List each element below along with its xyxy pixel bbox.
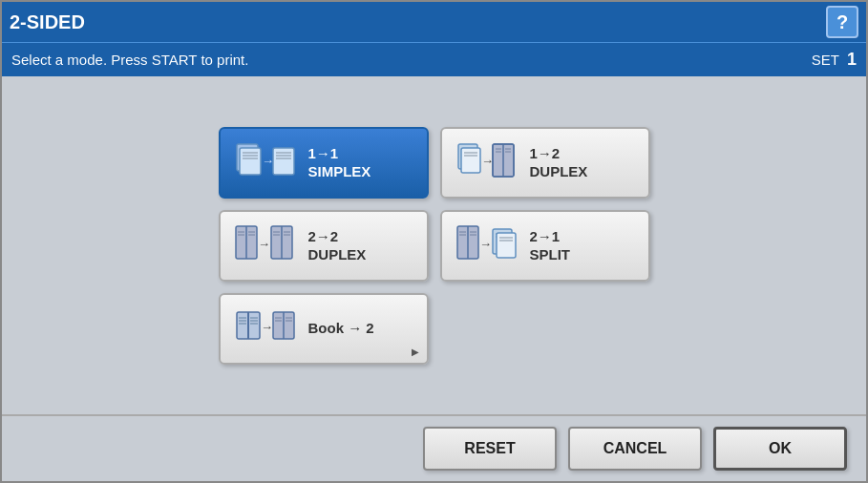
- option-duplex-2to2[interactable]: → 2→2 DUPLEX: [219, 210, 429, 282]
- book-icon: →: [232, 304, 299, 352]
- book-more-indicator: ▶: [412, 346, 419, 357]
- option-split[interactable]: → 2→1 SPLIT: [440, 210, 650, 282]
- duplex-1to2-label: 1→2 DUPLEX: [530, 144, 588, 181]
- svg-text:→: →: [261, 320, 273, 334]
- duplex-2to2-icon: →: [232, 221, 299, 269]
- reset-button[interactable]: RESET: [423, 427, 557, 471]
- svg-text:→: →: [481, 154, 494, 168]
- svg-rect-4: [240, 148, 261, 175]
- option-simplex[interactable]: → 1→1 SIMPLEX: [219, 127, 429, 199]
- svg-text:→: →: [258, 237, 270, 251]
- set-area: SET 1: [812, 50, 857, 70]
- cancel-button[interactable]: CANCEL: [568, 427, 702, 471]
- dialog: 2-SIDED ? Select a mode. Press START to …: [0, 0, 868, 483]
- svg-text:→: →: [479, 237, 492, 251]
- option-duplex-1to2[interactable]: → 1→2 DUPLEX: [440, 127, 650, 199]
- set-label: SET: [812, 52, 839, 68]
- option-book[interactable]: → Book → 2 ▶: [219, 293, 429, 365]
- instruction-text: Select a mode. Press START to print.: [11, 52, 248, 68]
- book-label: Book → 2: [308, 319, 374, 338]
- set-number: 1: [847, 50, 857, 70]
- split-icon: →: [454, 221, 520, 269]
- options-grid: → 1→1 SIMPLEX: [219, 127, 650, 365]
- simplex-icon: →: [232, 138, 299, 186]
- bottom-bar: RESET CANCEL OK: [2, 414, 866, 481]
- dialog-title: 2-SIDED: [10, 11, 85, 33]
- svg-text:→: →: [262, 154, 274, 168]
- split-label: 2→1 SPLIT: [530, 227, 571, 264]
- instruction-bar: Select a mode. Press START to print. SET…: [2, 42, 866, 76]
- svg-rect-16: [461, 148, 480, 173]
- svg-rect-9: [273, 148, 294, 175]
- title-bar: 2-SIDED ?: [2, 2, 866, 42]
- duplex-1to2-icon: →: [454, 138, 520, 186]
- help-button[interactable]: ?: [826, 6, 858, 38]
- duplex-2to2-label: 2→2 DUPLEX: [308, 227, 367, 264]
- svg-rect-50: [497, 233, 516, 258]
- main-content: → 1→1 SIMPLEX: [2, 76, 866, 414]
- simplex-label: 1→1 SIMPLEX: [308, 144, 371, 181]
- ok-button[interactable]: OK: [713, 427, 847, 471]
